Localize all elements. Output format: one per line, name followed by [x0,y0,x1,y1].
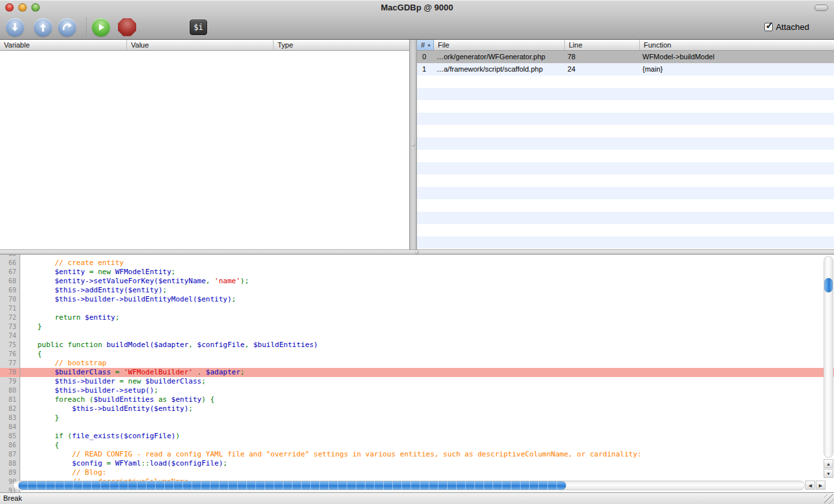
line-number[interactable]: 83 [0,413,20,423]
scroll-left-button[interactable]: ◀ [805,481,815,490]
attached-label: Attached [776,22,809,32]
line-number[interactable]: 71 [0,304,20,313]
stack-cell-func [640,150,834,162]
code-line[interactable]: 81 foreach ($buildEntities as $entity) { [0,395,834,404]
line-number[interactable]: 84 [0,423,20,432]
line-number[interactable]: 78 [0,368,20,377]
stack-frame-row[interactable] [417,162,834,175]
line-number[interactable]: 86 [0,441,20,450]
code-line[interactable]: 88 $config = WFYaml::load($configFile); [0,459,834,468]
stack-panel: #▲ File Line Function 0…ork/generator/WF… [417,40,834,249]
step-out-button[interactable] [34,18,52,36]
stack-frame-row[interactable] [417,76,834,88]
column-header-file[interactable]: File [434,40,565,50]
title-bar[interactable]: MacGDBp @ 9000 [0,0,834,15]
code-line[interactable]: 73 } [0,322,834,331]
code-line[interactable]: 83 } [0,413,834,423]
code-line[interactable]: 82 $this->buildEntity($entity); [0,404,834,413]
attached-checkbox[interactable]: ✓ Attached [764,22,809,32]
code-line[interactable]: 86 { [0,441,834,450]
stack-frame-row[interactable]: 1…a/framework/script/scaffold.php24{main… [417,63,834,76]
stack-frame-row[interactable] [417,100,834,113]
code-line[interactable]: 68 $entity->setValueForKey($entityName, … [0,277,834,286]
line-number[interactable]: 67 [0,268,20,277]
line-number[interactable]: 81 [0,395,20,404]
code-line[interactable]: 66 // create entity [0,259,834,268]
code-line[interactable]: 75 public function buildModel($adapter, … [0,341,834,350]
stack-frame-row[interactable] [417,224,834,236]
scroll-down-button[interactable]: ▼ [824,469,833,478]
stack-frame-row[interactable] [417,175,834,187]
line-number[interactable]: 76 [0,350,20,359]
line-number[interactable]: 80 [0,386,20,395]
scroll-up-button[interactable]: ▲ [824,459,833,468]
checkbox-box[interactable]: ✓ [764,23,773,31]
stack-frame-row[interactable] [417,187,834,199]
code-line[interactable]: 76 { [0,350,834,359]
horizontal-splitter[interactable] [0,249,834,255]
column-header-frame-number[interactable]: #▲ [417,40,434,50]
line-number[interactable]: 77 [0,359,20,368]
eval-button[interactable]: $i [190,20,207,35]
line-number[interactable]: 69 [0,286,20,295]
stack-frame-row[interactable] [417,113,834,125]
column-header-variable[interactable]: Variable [0,40,127,50]
horizontal-scrollbar[interactable] [13,481,805,490]
line-number[interactable]: 82 [0,404,20,413]
code-line[interactable]: 80 $this->builder->setup(); [0,386,834,395]
checkmark-icon: ✓ [766,20,774,31]
stop-button[interactable] [118,18,136,36]
scroll-right-button[interactable]: ▶ [816,481,826,490]
line-number[interactable]: 70 [0,295,20,304]
line-number[interactable]: 85 [0,432,20,441]
line-number[interactable]: 88 [0,459,20,468]
line-number[interactable]: 79 [0,377,20,386]
column-header-function[interactable]: Function [640,40,834,50]
code-line[interactable]: 71 [0,304,834,313]
code-line[interactable]: 77 // bootstrap [0,359,834,368]
line-number[interactable]: 68 [0,277,20,286]
code-line[interactable]: 85 if (file_exists($configFile)) [0,432,834,441]
vertical-splitter[interactable] [409,40,417,249]
line-number[interactable]: 73 [0,322,20,331]
line-number[interactable]: 66 [0,259,20,268]
line-number[interactable]: 72 [0,313,20,322]
line-number[interactable]: 87 [0,450,20,459]
code-line[interactable]: 67 $entity = new WFModelEntity; [0,268,834,277]
stack-frame-row[interactable] [417,199,834,212]
stack-cell-file [434,125,565,137]
code-line[interactable]: 70 $this->builder->buildEntityModel($ent… [0,295,834,304]
stack-frame-row[interactable] [417,150,834,162]
line-number[interactable]: 75 [0,341,20,350]
code-line-current[interactable]: 78 $builderClass = 'WFModelBuilder' . $a… [0,368,834,377]
stack-frame-row[interactable] [417,125,834,137]
stack-frame-row[interactable] [417,212,834,224]
column-header-value[interactable]: Value [127,40,274,50]
code-line[interactable]: 84 [0,423,834,432]
stack-cell-line [565,76,640,88]
step-over-button[interactable] [58,18,76,36]
column-header-type[interactable]: Type [274,40,409,50]
toolbar-toggle-pill[interactable] [814,5,828,11]
code-line[interactable]: 79 $this->builder = new $builderClass; [0,377,834,386]
vertical-scrollbar[interactable] [824,256,833,458]
variables-table-body[interactable] [0,51,409,249]
code-line[interactable]: 69 $this->addEntity($entity); [0,286,834,295]
code-line[interactable]: 87 // READ CONFIG - read a config YAML f… [0,450,834,459]
line-number[interactable]: 74 [0,331,20,341]
stack-frame-row[interactable] [417,236,834,249]
line-number[interactable]: 89 [0,468,20,477]
code-line[interactable]: 74 [0,331,834,341]
column-header-line[interactable]: Line [565,40,640,50]
horizontal-scrollbar-thumb[interactable] [18,481,566,490]
stack-frame-row[interactable] [417,88,834,100]
code-line[interactable]: 72 return $entity; [0,313,834,322]
vertical-scrollbar-thumb[interactable] [824,278,833,292]
code-line[interactable]: 89 // Blog: [0,468,834,477]
stack-frame-row[interactable] [417,137,834,150]
stack-frame-row[interactable]: 0…ork/generator/WFGenerator.php78WFModel… [417,51,834,63]
resize-grip[interactable] [824,494,834,504]
run-button[interactable] [92,18,110,36]
code-text: $this->builder->buildEntityModel($entity… [20,295,834,304]
step-in-button[interactable] [6,18,24,36]
